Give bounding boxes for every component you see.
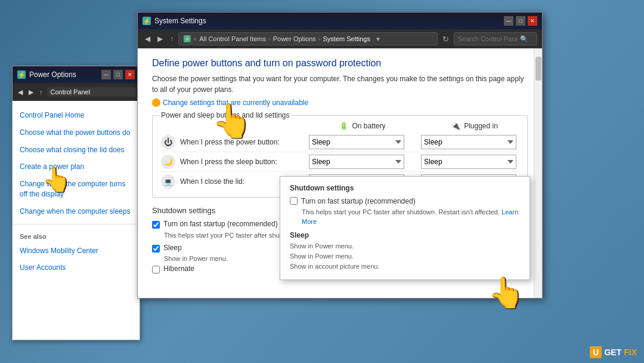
shield-icon: [152, 99, 160, 107]
titlebar-icon: ⚡: [17, 70, 26, 79]
fast-startup-label[interactable]: Turn on fast startup (recommended): [163, 220, 278, 228]
sleep-button-icon: 🌙: [161, 155, 175, 169]
close-button[interactable]: ✕: [125, 70, 135, 79]
power-options-title: Power Options: [29, 70, 98, 79]
popup-fast-startup-desc: This helps start your PC faster after sh…: [302, 208, 520, 226]
fast-startup-checkbox[interactable]: [152, 221, 160, 229]
power-button-icon: ⏻: [161, 135, 175, 149]
popup-title: Shutdown settings: [290, 184, 520, 192]
popup-fast-startup-label[interactable]: Turn on fast startup (recommended): [301, 197, 416, 205]
on-battery-label: On battery: [352, 122, 385, 130]
power-battery-select[interactable]: Sleep Do nothing Hibernate Shut down: [309, 135, 404, 149]
power-options-titlebar: ⚡ Power Options — □ ✕: [13, 66, 140, 83]
power-button-text: When I press the power button:: [180, 138, 280, 146]
shutdown-popup: Shutdown settings Turn on fast startup (…: [280, 176, 530, 280]
lid-text: When I close the lid:: [180, 177, 244, 186]
sleep-pluggedin-select[interactable]: Sleep Do nothing Hibernate Shut down: [421, 155, 516, 169]
breadcrumb-system-settings[interactable]: System Settings: [323, 35, 370, 42]
forward-button[interactable]: ▶: [27, 87, 35, 97]
sidebar-item-power-buttons[interactable]: Choose what the power buttons do: [13, 124, 140, 141]
sidebar-item-turn-off-display[interactable]: Change when the computer turns off the d…: [13, 176, 140, 203]
back-button[interactable]: ◀: [16, 87, 24, 97]
sleep-battery-select[interactable]: Sleep Do nothing Hibernate Shut down: [309, 155, 404, 169]
breadcrumb-sep-1: «: [193, 35, 197, 42]
on-battery-header: 🔋 On battery: [309, 122, 416, 130]
settings-maximize-button[interactable]: □: [516, 16, 525, 26]
battery-icon: 🔋: [339, 122, 348, 130]
search-icon: 🔍: [520, 35, 528, 43]
power-grid-header: 🔋 On battery 🔌 Plugged in: [161, 122, 519, 130]
scroll-thumb[interactable]: [535, 57, 541, 81]
breadcrumb-power-options[interactable]: Power Options: [273, 35, 316, 42]
see-also-label: See also: [13, 228, 140, 242]
desktop: ⚡ Power Options — □ ✕ ◀ ▶ ↑ Control Pane…: [0, 0, 644, 363]
settings-titlebar-controls: — □ ✕: [504, 16, 537, 26]
power-button-label: ⏻ When I press the power button:: [161, 135, 304, 149]
popup-fast-startup-checkbox[interactable]: [290, 197, 298, 205]
page-desc: Choose the power settings that you want …: [152, 73, 528, 95]
power-options-addressbar: ◀ ▶ ↑ Control Panel: [13, 83, 140, 101]
system-settings-titlebar: ⚡ System Settings — □ ✕: [138, 13, 542, 29]
plugged-in-icon: 🔌: [451, 122, 460, 130]
system-settings-title: System Settings: [154, 17, 500, 25]
sidebar-item-user-accounts[interactable]: User Accounts: [13, 259, 140, 276]
address-bar[interactable]: Control Panel: [47, 87, 137, 97]
sidebar-item-mobility-center[interactable]: Windows Mobility Center: [13, 242, 140, 260]
sidebar-item-create-plan[interactable]: Create a power plan: [13, 158, 140, 176]
settings-forward-button[interactable]: ▶: [155, 33, 165, 44]
address-icon: ⚡: [184, 35, 191, 42]
scroll-track[interactable]: [534, 48, 542, 298]
power-pluggedin-select[interactable]: Sleep Do nothing Hibernate Shut down: [421, 135, 516, 149]
address-dropdown-arrow[interactable]: ▼: [375, 36, 381, 42]
settings-back-button[interactable]: ◀: [143, 33, 153, 44]
titlebar-controls: — □ ✕: [101, 70, 135, 79]
hibernate-label[interactable]: Hibernate: [163, 264, 194, 273]
settings-addressbar: ◀ ▶ ↑ ⚡ « All Control Panel Items › Powe…: [138, 29, 542, 48]
maximize-button[interactable]: □: [113, 70, 123, 79]
refresh-button[interactable]: ↻: [440, 35, 451, 44]
sleep-button-label: 🌙 When I press the sleep button:: [161, 155, 304, 169]
sidebar-item-control-panel-home[interactable]: Control Panel Home: [13, 107, 140, 124]
popup-menu-item-2: Show in Power menu.: [290, 252, 520, 260]
watermark: U GET FIX: [590, 346, 637, 358]
plugged-in-header: 🔌 Plugged in: [421, 122, 528, 130]
breadcrumb-sep-3: ›: [318, 35, 321, 42]
settings-main: Define power buttons and turn on passwor…: [138, 48, 542, 298]
popup-menu-item-3: Show in account picture menu.: [290, 262, 520, 270]
power-options-content: Control Panel Home Choose what the power…: [13, 101, 140, 340]
watermark-get: GET: [604, 347, 621, 357]
sleep-label[interactable]: Sleep: [163, 244, 182, 252]
sidebar-item-closing-lid[interactable]: Choose what closing the lid does: [13, 141, 140, 159]
popup-learn-more[interactable]: Learn More: [302, 208, 518, 224]
settings-titlebar-icon: ⚡: [143, 17, 151, 25]
power-button-row: ⏻ When I press the power button: Sleep D…: [161, 133, 519, 152]
lid-icon: 💻: [161, 174, 175, 189]
popup-menu-item-1: Show in Power menu.: [290, 242, 520, 250]
popup-sleep-label: Sleep: [290, 231, 520, 239]
breadcrumb-all-control-panel[interactable]: All Control Panel Items: [199, 35, 266, 42]
page-title: Define power buttons and turn on passwor…: [152, 58, 528, 69]
power-lid-group-title: Power and sleep buttons and lid settings: [159, 111, 292, 119]
change-settings-text[interactable]: Change settings that are currently unava…: [163, 99, 308, 107]
plugged-in-label: Plugged in: [464, 122, 498, 130]
sidebar: Control Panel Home Choose what the power…: [13, 101, 140, 340]
hibernate-checkbox[interactable]: [152, 266, 160, 273]
change-settings-link[interactable]: Change settings that are currently unava…: [152, 99, 528, 107]
sleep-checkbox[interactable]: [152, 245, 160, 253]
settings-close-button[interactable]: ✕: [528, 16, 537, 26]
search-box[interactable]: 🔍: [454, 32, 537, 45]
sidebar-item-when-sleeps[interactable]: Change when the computer sleeps: [13, 203, 140, 220]
watermark-u: U: [590, 346, 602, 358]
up-button[interactable]: ↑: [38, 87, 45, 97]
minimize-button[interactable]: —: [101, 70, 111, 79]
settings-up-button[interactable]: ↑: [168, 33, 176, 44]
breadcrumb-sep-2: ›: [268, 35, 271, 42]
watermark-fix: FIX: [624, 347, 637, 357]
sleep-button-text: When I press the sleep button:: [180, 158, 277, 166]
search-input[interactable]: [458, 35, 518, 42]
popup-fast-startup-row: Turn on fast startup (recommended): [290, 197, 520, 205]
sleep-button-row: 🌙 When I press the sleep button: Sleep D…: [161, 152, 519, 172]
settings-address-pill[interactable]: ⚡ « All Control Panel Items › Power Opti…: [178, 32, 438, 45]
settings-minimize-button[interactable]: —: [504, 16, 513, 26]
system-settings-window: ⚡ System Settings — □ ✕ ◀ ▶ ↑ ⚡ « All Co…: [137, 12, 543, 299]
